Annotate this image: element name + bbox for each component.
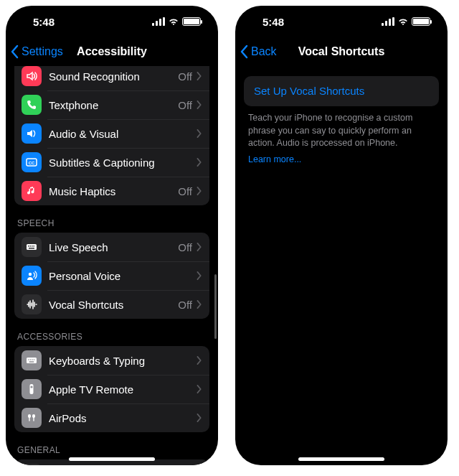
back-button[interactable]: Back (240, 37, 277, 66)
status-indicators (382, 17, 430, 26)
setup-row[interactable]: Set Up Vocal Shortcuts (244, 76, 439, 106)
row-label: Apple TV Remote (49, 383, 197, 396)
row-value: Off (178, 185, 192, 197)
content: Set Up Vocal Shortcuts Teach your iPhone… (235, 66, 448, 465)
row-label: Live Speech (49, 241, 178, 253)
back-button[interactable]: Settings (10, 37, 63, 66)
back-label: Back (251, 45, 277, 58)
speech-group: Live SpeechOffPersonal VoiceVocal Shortc… (14, 233, 209, 319)
row-keyboards-typing[interactable]: Keyboards & Typing (14, 346, 209, 375)
chevron-right-icon (197, 158, 202, 167)
description-text: Teach your iPhone to recognise a custom … (244, 106, 439, 150)
chevron-right-icon (197, 72, 202, 80)
row-apple-tv-remote[interactable]: Apple TV Remote (14, 375, 209, 403)
chevron-right-icon (197, 243, 202, 251)
row-airpods[interactable]: AirPods (14, 403, 209, 432)
row-textphone[interactable]: TextphoneOff (14, 90, 209, 119)
row-audio-visual[interactable]: Audio & Visual (14, 119, 209, 148)
battery-icon (412, 17, 430, 26)
chevron-right-icon (197, 300, 202, 309)
row-label: Personal Voice (49, 270, 197, 282)
status-bar: 5:48 (6, 6, 218, 37)
chevron-right-icon (197, 129, 202, 138)
page-title: Accessibility (77, 45, 147, 58)
row-label: Audio & Visual (49, 128, 197, 140)
status-bar: 5:48 (235, 6, 448, 37)
row-value: Off (178, 299, 192, 311)
back-chevron-icon (240, 45, 250, 59)
remote-icon (22, 379, 42, 399)
sound-icon (22, 66, 42, 86)
status-time: 5:48 (33, 16, 55, 28)
wifi-icon (397, 17, 409, 26)
accessories-group: Keyboards & TypingApple TV RemoteAirPods (14, 346, 209, 432)
guided-icon (22, 464, 42, 465)
row-live-speech[interactable]: Live SpeechOff (14, 233, 209, 261)
nav-bar: Settings Accessibility (6, 37, 218, 66)
row-label: Keyboards & Typing (49, 355, 197, 367)
row-subtitles[interactable]: Subtitles & Captioning (14, 148, 209, 177)
row-value: Off (178, 99, 192, 111)
back-chevron-icon (10, 45, 20, 59)
section-label-speech: SPEECH (17, 218, 207, 228)
status-time: 5:48 (262, 16, 284, 28)
status-indicators (152, 17, 201, 26)
learn-more-link[interactable]: Learn more... (244, 150, 439, 164)
scrollbar-thumb[interactable] (214, 274, 217, 339)
row-label: Vocal Shortcuts (49, 299, 178, 311)
row-value: Off (178, 70, 192, 83)
chevron-right-icon (197, 271, 202, 280)
cellular-icon (382, 17, 394, 26)
home-indicator[interactable] (298, 457, 384, 461)
chevron-right-icon (197, 187, 202, 195)
home-indicator[interactable] (69, 457, 155, 461)
person-wave-icon (22, 266, 42, 286)
phone-icon (22, 95, 42, 115)
keyboard-icon (22, 237, 42, 257)
phone-accessibility: 5:48 Settings Accessibility Sound Recogn… (6, 6, 218, 465)
section-label-general: GENERAL (17, 445, 207, 455)
music-icon (22, 181, 42, 201)
battery-icon (182, 17, 201, 26)
row-personal-voice[interactable]: Personal Voice (14, 261, 209, 290)
setup-label: Set Up Vocal Shortcuts (254, 85, 364, 97)
row-label: Textphone (49, 99, 178, 111)
row-label: AirPods (49, 412, 197, 424)
row-label: Sound Recognition (49, 70, 178, 83)
airpods-icon (22, 408, 42, 428)
row-label: Music Haptics (49, 185, 178, 197)
chevron-right-icon (197, 414, 202, 422)
page-title: Vocal Shortcuts (298, 45, 385, 58)
cc-icon (22, 152, 42, 172)
row-sound-recognition[interactable]: Sound RecognitionOff (14, 66, 209, 90)
phone-vocal-shortcuts: 5:48 Back Vocal Shortcuts Set Up Vocal S… (235, 6, 448, 465)
waveform-icon (22, 294, 42, 314)
back-label: Settings (22, 45, 63, 58)
cellular-icon (152, 17, 165, 26)
row-value: Off (178, 241, 192, 253)
row-music-haptics[interactable]: Music HapticsOff (14, 177, 209, 205)
chevron-right-icon (197, 356, 202, 365)
settings-scroll[interactable]: Sound RecognitionOffTextphoneOffAudio & … (6, 66, 218, 465)
chevron-right-icon (197, 385, 202, 393)
chevron-right-icon (197, 101, 202, 109)
speaker-icon (22, 123, 42, 144)
section-label-accessories: ACCESSORIES (17, 332, 207, 342)
row-label: Subtitles & Captioning (49, 157, 197, 169)
nav-bar: Back Vocal Shortcuts (235, 37, 448, 66)
keyboard2-icon (22, 350, 42, 370)
row-vocal-shortcuts[interactable]: Vocal ShortcutsOff (14, 290, 209, 319)
wifi-icon (168, 17, 179, 26)
hearing-group: Sound RecognitionOffTextphoneOffAudio & … (14, 66, 209, 205)
